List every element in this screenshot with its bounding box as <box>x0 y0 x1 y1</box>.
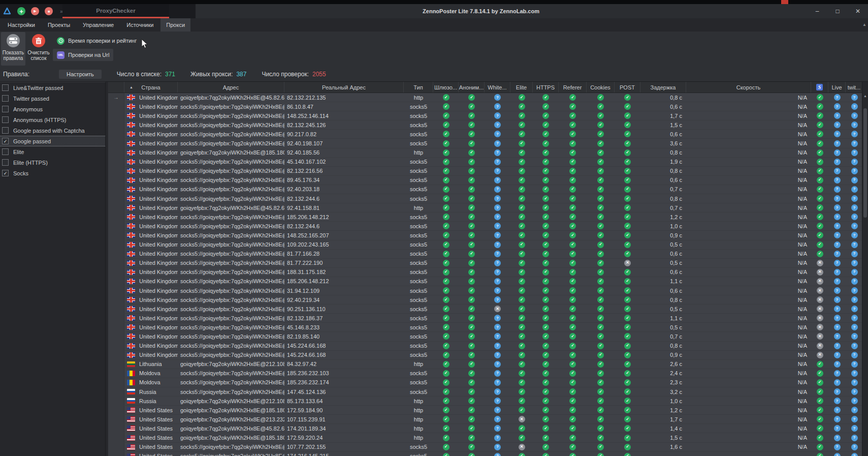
proxy-row[interactable]: United Kingdomsocks5://goiqyefpbx:7qg2ok… <box>108 194 862 203</box>
proxy-row[interactable]: United Kingdomsocks5://goiqyefpbx:7qg2ok… <box>108 212 862 222</box>
column-header-elite[interactable]: Elite <box>510 82 533 93</box>
column-header-country[interactable]: ▲Страна <box>124 82 178 93</box>
proxy-row[interactable]: United Statesgoiqyefpbx:7qg2okyiWKh2Hx8E… <box>108 406 862 415</box>
rule-item[interactable]: Google passed with Captcha <box>0 125 105 136</box>
checkbox-unchecked[interactable] <box>2 106 9 112</box>
proxy-row[interactable]: United Kingdomsocks5://goiqyefpbx:7qg2ok… <box>108 259 862 268</box>
proxy-row[interactable]: United Kingdomsocks5://goiqyefpbx:7qg2ok… <box>108 332 862 341</box>
proxy-row[interactable]: United Kingdomsocks5://goiqyefpbx:7qg2ok… <box>108 305 862 314</box>
menu-tab-Проекты[interactable]: Проекты <box>42 18 76 32</box>
proxy-row[interactable]: United Kingdomgoiqyefpbx:7qg2okyiWKh2Hx8… <box>108 148 862 158</box>
checkbox-checked[interactable]: ✓ <box>2 170 9 176</box>
proxy-row[interactable]: Moldovasocks5://goiqyefpbx:7qg2okyiWKh2H… <box>108 369 862 378</box>
proxy-row[interactable]: United Kingdomsocks5://goiqyefpbx:7qg2ok… <box>108 139 862 148</box>
rule-item[interactable]: Elite <box>0 146 105 157</box>
maximize-button[interactable]: □ <box>827 4 848 18</box>
column-header-rowheader[interactable] <box>108 82 124 93</box>
menu-tab-Управление[interactable]: Управление <box>77 18 119 32</box>
rule-item[interactable]: Anonymous (HTTPS) <box>0 114 105 125</box>
column-header-post[interactable]: POST <box>615 82 640 93</box>
checkbox-unchecked[interactable] <box>2 116 9 123</box>
menu-tab-Прокси[interactable]: Прокси <box>160 18 190 32</box>
column-header-gateway[interactable]: Шлюзо... <box>433 82 459 93</box>
proxy-row[interactable]: United Statesgoiqyefpbx:7qg2okyiWKh2Hx8E… <box>108 424 862 433</box>
rule-item[interactable]: ✓Google passed <box>0 136 105 146</box>
rule-item[interactable]: Live&Twitter passed <box>0 82 105 93</box>
proxy-row[interactable]: United Kingdomsocks5://goiqyefpbx:7qg2ok… <box>108 268 862 277</box>
checkbox-unchecked[interactable] <box>2 84 9 91</box>
menu-tab-Источники[interactable]: Источники <box>121 18 159 32</box>
proxy-row[interactable]: United Kingdomgoiqyefpbx:7qg2okyiWKh2Hx8… <box>108 203 862 212</box>
proxy-row[interactable]: United Kingdomsocks5://goiqyefpbx:7qg2ok… <box>108 231 862 240</box>
proxy-row[interactable]: United Kingdomsocks5://goiqyefpbx:7qg2ok… <box>108 130 862 139</box>
column-header-live[interactable]: Live <box>828 82 846 93</box>
menu-tab-Настройки[interactable]: Настройки <box>2 18 41 32</box>
column-header-twitter[interactable]: twit... <box>846 82 863 93</box>
column-header-anonymity[interactable]: Аноним... <box>459 82 485 93</box>
column-header-referer[interactable]: Referer <box>559 82 587 93</box>
proxy-row[interactable]: Lithuaniagoiqyefpbx:7qg2okyiWKh2Hx8E@212… <box>108 360 862 369</box>
proxy-row[interactable]: United Kingdomsocks5://goiqyefpbx:7qg2ok… <box>108 286 862 295</box>
scrollbar-thumb[interactable] <box>863 108 867 218</box>
ribbon-collapse-icon[interactable]: ▲ <box>862 22 866 27</box>
rule-item[interactable]: ✓Socks <box>0 168 105 178</box>
proxy-row[interactable]: United Kingdomsocks5://goiqyefpbx:7qg2ok… <box>108 351 862 360</box>
proxy-row[interactable]: United Kingdomsocks5://goiqyefpbx:7qg2ok… <box>108 167 862 176</box>
checkbox-unchecked[interactable] <box>2 95 9 102</box>
proxy-row[interactable]: →United Kingdomgoiqyefpbx:7qg2okyiWKh2Hx… <box>108 93 862 102</box>
column-header-google[interactable]: S <box>811 82 828 93</box>
checkbox-unchecked[interactable] <box>2 159 9 166</box>
proxychecker-tab[interactable]: ProxyChecker <box>62 4 169 18</box>
proxy-row[interactable]: United Statesgoiqyefpbx:7qg2okyiWKh2Hx8E… <box>108 433 862 442</box>
url-checks-button[interactable]: URL Проверки на Url <box>53 49 113 61</box>
rule-item[interactable]: Elite (HTTPS) <box>0 157 105 168</box>
proxy-row[interactable]: United Kingdomsocks5://goiqyefpbx:7qg2ok… <box>108 176 862 185</box>
add-project-button[interactable]: + <box>17 7 25 15</box>
proxy-row[interactable]: United Kingdomsocks5://goiqyefpbx:7qg2ok… <box>108 277 862 286</box>
checkbox-unchecked[interactable] <box>2 127 9 134</box>
close-button[interactable]: ✕ <box>848 4 868 18</box>
column-header-whitelist[interactable]: White... <box>485 82 510 93</box>
rule-item[interactable]: Anonymous <box>0 104 105 114</box>
proxy-row[interactable]: United Kingdomsocks5://goiqyefpbx:7qg2ok… <box>108 185 862 194</box>
proxy-row[interactable]: United Kingdomsocks5://goiqyefpbx:7qg2ok… <box>108 158 862 167</box>
column-header-real_address[interactable]: Реальный Адрес <box>284 82 404 93</box>
twitter-cell: ? <box>846 130 862 138</box>
configure-rules-button[interactable]: Настроить <box>59 70 102 79</box>
proxy-row[interactable]: United Kingdomsocks5://goiqyefpbx:7qg2ok… <box>108 342 862 351</box>
proxy-row[interactable]: Russiasocks5://goiqyefpbx:7qg2okyiWKh2Hx… <box>108 387 862 397</box>
column-header-address[interactable]: Адрес <box>178 82 284 93</box>
minimize-button[interactable]: – <box>807 4 827 18</box>
vertical-scrollbar[interactable]: ▲ <box>862 82 868 456</box>
scroll-up-icon[interactable]: ▲ <box>862 94 868 98</box>
column-header-https[interactable]: HTTPS <box>533 82 559 93</box>
proxy-row[interactable]: United Kingdomsocks5://goiqyefpbx:7qg2ok… <box>108 102 862 111</box>
check-time-button[interactable]: Время проверки и рейтинг <box>53 35 141 47</box>
proxy-row[interactable]: United Kingdomsocks5://goiqyefpbx:7qg2ok… <box>108 314 862 323</box>
proxy-row[interactable]: United Kingdomsocks5://goiqyefpbx:7qg2ok… <box>108 295 862 305</box>
column-header-type[interactable]: Тип <box>404 82 433 93</box>
proxy-row[interactable]: United Kingdomsocks5://goiqyefpbx:7qg2ok… <box>108 222 862 231</box>
play-button[interactable]: ▶ <box>31 7 39 15</box>
status-ok-icon: ✓ <box>542 388 549 395</box>
show-rules-button[interactable]: Показать правила <box>1 32 25 66</box>
rule-item[interactable]: Twitter passed <box>0 93 105 104</box>
proxy-row[interactable]: United Kingdomsocks5://goiqyefpbx:7qg2ok… <box>108 250 862 259</box>
column-header-cookies[interactable]: Cookies <box>587 82 615 93</box>
proxy-row[interactable]: United Statessocks5://goiqyefpbx:7qg2oky… <box>108 443 862 452</box>
proxy-row[interactable]: United Kingdomsocks5://goiqyefpbx:7qg2ok… <box>108 120 862 130</box>
proxy-row[interactable]: United Kingdomsocks5://goiqyefpbx:7qg2ok… <box>108 111 862 120</box>
proxy-row[interactable]: Russiagoiqyefpbx:7qg2okyiWKh2Hx8E@212.10… <box>108 397 862 406</box>
proxy-row[interactable]: Moldovasocks5://goiqyefpbx:7qg2okyiWKh2H… <box>108 378 862 387</box>
checkbox-unchecked[interactable] <box>2 148 9 155</box>
proxy-row[interactable]: United Statessocks5://goiqyefpbx:7qg2oky… <box>108 452 862 456</box>
gateway-cell: ✓ <box>433 351 459 359</box>
checkbox-checked[interactable]: ✓ <box>2 138 9 144</box>
proxy-row[interactable]: United Kingdomsocks5://goiqyefpbx:7qg2ok… <box>108 323 862 332</box>
column-header-delay[interactable]: Задержка <box>640 82 686 93</box>
proxy-row[interactable]: United Kingdomsocks5://goiqyefpbx:7qg2ok… <box>108 240 862 250</box>
column-header-speed[interactable]: Скорость <box>686 82 811 93</box>
stop-button[interactable]: ■ <box>45 7 53 15</box>
clear-list-button[interactable]: Очистить список <box>26 32 51 66</box>
proxy-row[interactable]: United Statesgoiqyefpbx:7qg2okyiWKh2Hx8E… <box>108 415 862 424</box>
